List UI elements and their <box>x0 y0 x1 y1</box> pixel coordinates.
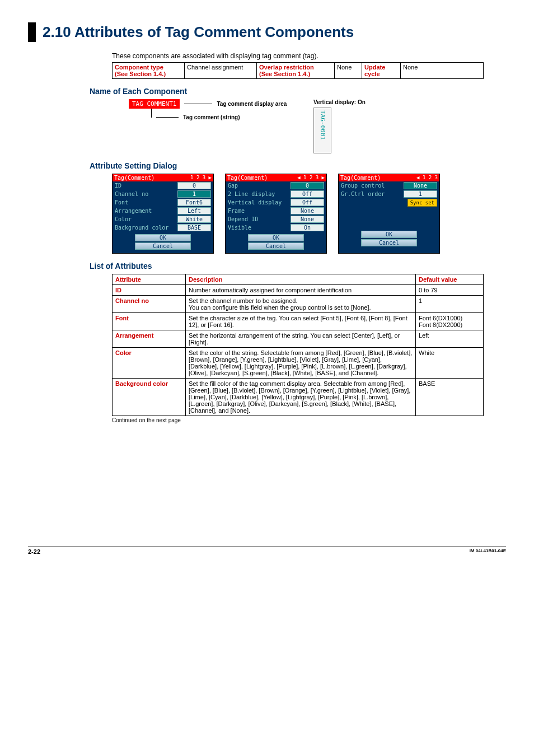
attrs-th-attr: Attribute <box>113 274 186 285</box>
attribute-dialog: Tag(Comment)◀ 1 2 3 ▶Gap02 Line displayO… <box>225 174 327 254</box>
dialog-row-label: Depend ID <box>228 216 258 222</box>
dialog-title: Tag(Comment) <box>340 175 381 181</box>
dialog-row: VisibleOn <box>226 223 326 232</box>
dialog-row-value[interactable]: 0 <box>291 182 324 189</box>
attr-name-cell: Font <box>113 313 186 330</box>
dialog-title: Tag(Comment) <box>114 175 154 181</box>
see-section-label-1: (See Section 1.4.) <box>115 71 166 77</box>
dialog-row-label: Frame <box>228 208 245 214</box>
dialog-row: FontFont6 <box>113 198 213 207</box>
dialog-row-value[interactable]: On <box>291 224 324 231</box>
vertical-text: TAG-0001 <box>319 108 326 140</box>
dialog-titlebar: Tag(Comment)1 2 3 ▶ <box>113 174 213 181</box>
section-title: 2.10 Attributes of Tag Comment Component… <box>43 22 354 42</box>
dialog-pager[interactable]: ◀ 1 2 3 <box>416 175 438 181</box>
section-text: Attributes of Tag Comment Components <box>74 24 354 40</box>
dialog-row-label: Background color <box>115 225 168 231</box>
dialog-row: Vertical displayOff <box>226 198 326 207</box>
dialog-row-label: Gr.Ctrl order <box>341 191 385 197</box>
dialog-row-value[interactable]: 1 <box>177 190 211 198</box>
dialog-row-value[interactable]: 1 <box>404 190 437 198</box>
dialog-buttons: OKCancel <box>339 231 439 246</box>
dialog-row-value[interactable]: Off <box>291 190 324 198</box>
update-label: Update cycle <box>364 64 385 77</box>
dialog-row-label: Channel no <box>115 191 148 197</box>
dialog-row-label: Group control <box>341 183 385 189</box>
section-number: 2.10 <box>43 24 71 40</box>
figure-row: TAG COMMENT1 Tag comment display area Ta… <box>129 99 506 153</box>
table-row: FontSet the character size of the tag. Y… <box>113 313 484 330</box>
dialog-row: Depend IDNone <box>226 215 326 223</box>
dialog-row-label: Visible <box>228 225 251 231</box>
dialog-row-value[interactable]: Left <box>177 207 211 214</box>
attr-desc-cell: Set the character size of the tag. You c… <box>186 313 416 330</box>
dialog-row-label: Gap <box>228 183 238 189</box>
component-type-label: Component type <box>115 64 163 71</box>
table-row: Background colorSet the fill color of th… <box>113 379 484 416</box>
dialog-row: 2 Line displayOff <box>226 190 326 198</box>
annot-string: Tag comment (string) <box>183 114 240 120</box>
attr-desc-cell: Set the color of the string. Selectable … <box>186 348 416 379</box>
dialog-row-label: Color <box>115 216 132 222</box>
ok-button[interactable]: OK <box>361 231 417 238</box>
dialog-row: Tag(Comment)1 2 3 ▶ID0Channel no1FontFon… <box>112 174 506 254</box>
see-section-label-2: (See Section 1.4.) <box>259 71 310 77</box>
vertical-display-box: TAG-0001 <box>313 108 331 153</box>
dialog-row-value[interactable]: Font6 <box>177 199 211 206</box>
dialog-row-value[interactable]: None <box>404 182 437 189</box>
overlap-restriction-label: Overlap restriction <box>259 64 314 71</box>
attribute-dialog: Tag(Comment)◀ 1 2 3Group controlNoneGr.C… <box>338 174 440 254</box>
attr-default-cell: 1 <box>416 296 484 313</box>
subhead-attr-dialog: Attribute Setting Dialog <box>90 161 506 170</box>
attr-name-cell: Channel no <box>113 296 186 313</box>
annot-display-area: Tag comment display area <box>217 101 287 107</box>
table-row: ArrangementSet the horizontal arrangemen… <box>113 330 484 348</box>
dialog-pager[interactable]: ◀ 1 2 3 ▶ <box>297 175 325 181</box>
dialog-title: Tag(Comment) <box>227 175 268 181</box>
attr-name-cell: Color <box>113 348 186 379</box>
attr-desc-cell: Set the fill color of the tag comment di… <box>186 379 416 416</box>
cancel-button[interactable]: Cancel <box>361 239 417 246</box>
dialog-row: ArrangementLeft <box>113 207 213 215</box>
ok-button[interactable]: OK <box>248 234 304 241</box>
component-type-table: Component type (See Section 1.4.) Channe… <box>112 62 484 79</box>
dialog-row: ID0 <box>113 181 213 190</box>
dialog-row: Background colorBASE <box>113 223 213 232</box>
attr-default-cell: Font 6(DX1000) Font 8(DX2000) <box>416 313 484 330</box>
page-footer: 2-22 IM 04L41B01-04E <box>28 547 506 555</box>
dialog-row-label: Font <box>115 199 128 206</box>
dialog-row-value[interactable]: None <box>291 207 324 214</box>
channel-assignment-cell: Channel assignment <box>185 63 257 79</box>
vertical-display-label: Vertical display: On <box>313 99 366 105</box>
dialog-row: FrameNone <box>226 207 326 215</box>
dialog-buttons: OKCancel <box>226 234 326 250</box>
dialog-row-value[interactable]: None <box>291 216 324 223</box>
attribute-dialog: Tag(Comment)1 2 3 ▶ID0Channel no1FontFon… <box>112 174 214 254</box>
ok-button[interactable]: OK <box>135 234 191 241</box>
dialog-row-value[interactable]: BASE <box>177 224 211 231</box>
sync-set-button[interactable]: Sync set <box>407 199 437 207</box>
subhead-list-attrs: List of Attributes <box>90 262 506 270</box>
cancel-button[interactable]: Cancel <box>135 242 191 250</box>
attrs-th-def: Default value <box>416 274 484 285</box>
attr-default-cell: BASE <box>416 379 484 416</box>
table-row: ColorSet the color of the string. Select… <box>113 348 484 379</box>
dialog-row-value[interactable]: White <box>177 216 211 223</box>
cancel-button[interactable]: Cancel <box>248 242 304 250</box>
dialog-row-label: 2 Line display <box>228 191 275 197</box>
intro-text: These components are associated with dis… <box>112 52 484 60</box>
attr-desc-cell: Set the channel number to be assigned. Y… <box>186 296 416 313</box>
dialog-titlebar: Tag(Comment)◀ 1 2 3 <box>339 174 439 181</box>
attr-default-cell: White <box>416 348 484 379</box>
dialog-sync-row: Sync set <box>339 198 439 207</box>
attr-name-cell: ID <box>113 285 186 296</box>
section-heading: 2.10 Attributes of Tag Comment Component… <box>28 22 506 42</box>
attr-default-cell: 0 to 79 <box>416 285 484 296</box>
dialog-row-value[interactable]: Off <box>291 199 324 206</box>
dialog-row: ColorWhite <box>113 215 213 223</box>
dialog-row-value[interactable]: 0 <box>177 182 211 189</box>
attr-desc-cell: Number automatically assigned for compon… <box>186 285 416 296</box>
attr-default-cell: Left <box>416 330 484 348</box>
tag-comment-chip: TAG COMMENT1 <box>129 99 180 109</box>
dialog-pager[interactable]: 1 2 3 ▶ <box>190 175 212 181</box>
